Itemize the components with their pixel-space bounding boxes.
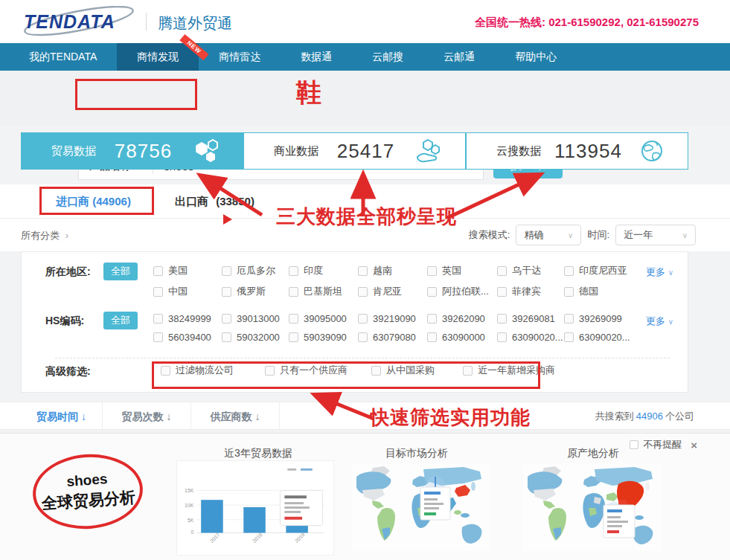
advanced-checkbox-item[interactable]: 只有一个供应商 — [265, 364, 348, 377]
checkbox-icon[interactable] — [427, 314, 437, 324]
checkbox-icon[interactable] — [265, 366, 275, 376]
hs-checkbox-item[interactable]: 38249999 — [153, 313, 222, 324]
checkbox-icon[interactable] — [153, 266, 163, 276]
checkbox-icon[interactable] — [222, 314, 231, 324]
stat-trade-data[interactable]: 贸易数据 78756 — [21, 132, 243, 170]
hs-checkbox-item[interactable]: 39219090 — [358, 313, 427, 324]
checkbox-icon[interactable] — [153, 287, 163, 297]
nav-item-cloud-mail-search[interactable]: 云邮搜 — [352, 43, 423, 71]
checkbox-icon[interactable] — [358, 332, 368, 342]
hs-checkbox-item[interactable]: 39262090 — [427, 313, 497, 324]
checkbox-icon[interactable] — [153, 314, 163, 324]
checkbox-icon[interactable] — [427, 332, 437, 342]
checkbox-icon[interactable] — [222, 332, 231, 342]
checkbox-icon[interactable] — [371, 366, 381, 376]
region-all-button[interactable]: 全部 — [103, 263, 138, 280]
hs-checkbox-item[interactable]: 63079080 — [358, 332, 427, 343]
stat-cloud-search-data[interactable]: 云搜数据 113954 — [466, 132, 688, 170]
checkbox-icon[interactable] — [427, 287, 437, 297]
nav-item-cloud-mail[interactable]: 云邮通 — [423, 43, 495, 71]
checkbox-icon[interactable] — [497, 287, 507, 297]
nav-item-datahub[interactable]: 数据通 — [281, 43, 352, 71]
time-range-select[interactable]: 近一年 ∨ — [615, 225, 696, 245]
checkbox-icon[interactable] — [153, 332, 163, 342]
region-checkbox-item[interactable]: 印度 — [289, 264, 358, 277]
advanced-checkbox-item[interactable]: 过滤物流公司 — [161, 364, 234, 377]
stat-business-data[interactable]: 商业数据 25417 — [243, 132, 466, 170]
close-icon[interactable]: × — [691, 439, 697, 451]
nav-item-help-center[interactable]: 帮助中心 — [495, 43, 577, 71]
hand-data-icon — [413, 135, 446, 167]
hs-checkbox-item[interactable]: 63090000 — [427, 332, 497, 343]
origin-analysis-map[interactable] — [523, 463, 662, 551]
checkbox-icon[interactable] — [161, 366, 170, 376]
tendata-logo[interactable]: TENDATA — [19, 6, 146, 37]
region-checkbox-item[interactable]: 美国 — [153, 264, 222, 277]
all-categories-link[interactable]: 所有分类 › — [21, 229, 68, 242]
checkbox-icon[interactable] — [289, 332, 298, 342]
checkbox-icon[interactable] — [497, 266, 507, 276]
hs-all-button[interactable]: 全部 — [103, 312, 138, 329]
nav-item-discovery[interactable]: 商情发现 NEW — [117, 43, 199, 71]
nav-item-my-tendata[interactable]: 我的TENDATA — [9, 43, 117, 71]
checkbox-icon[interactable] — [427, 266, 437, 276]
region-checkbox-item[interactable]: 中国 — [153, 285, 222, 298]
region-more-link[interactable]: 更多 ∨ — [646, 265, 673, 279]
region-checkbox-item[interactable]: 巴基斯坦 — [289, 285, 358, 298]
tab-importers[interactable]: 进口商 (44906) — [56, 195, 131, 209]
sort-by-supplier-count[interactable]: 供应商数↓ — [191, 402, 280, 431]
hs-more-link[interactable]: 更多 ∨ — [646, 315, 673, 328]
checkbox-icon[interactable] — [289, 266, 298, 276]
checkbox-icon[interactable] — [497, 332, 507, 342]
advanced-checkbox-item[interactable]: 从中国采购 — [371, 364, 435, 377]
checkbox-icon[interactable] — [358, 314, 368, 324]
region-checkbox-item[interactable]: 肯尼亚 — [358, 285, 427, 298]
checkbox-icon[interactable] — [463, 366, 473, 376]
checkbox-icon[interactable] — [358, 287, 368, 297]
sort-by-trade-time[interactable]: 贸易时间↓ — [21, 402, 103, 431]
checkbox-icon[interactable] — [564, 332, 574, 342]
advanced-checkbox-item[interactable]: 近一年新增采购商 — [463, 364, 555, 377]
checkbox-icon[interactable] — [564, 287, 574, 297]
region-checkbox-item[interactable]: 菲律宾 — [497, 285, 564, 298]
stat-value: 113954 — [541, 140, 635, 163]
checkbox-icon[interactable] — [289, 287, 298, 297]
checkbox-icon[interactable] — [222, 287, 231, 297]
region-checkbox-item[interactable]: 乌干达 — [497, 264, 564, 277]
checkbox-icon[interactable] — [222, 266, 231, 276]
chart-title-target-market: 目标市场分析 — [372, 447, 461, 460]
region-checkbox-item[interactable]: 英国 — [427, 264, 497, 277]
checkbox-icon[interactable] — [497, 314, 507, 324]
hs-checkbox-item[interactable]: 63090020... — [564, 332, 661, 343]
checkbox-icon[interactable] — [289, 314, 298, 324]
target-market-map[interactable] — [352, 463, 491, 551]
checkbox-icon[interactable] — [564, 314, 574, 324]
logo-text: TENDATA — [24, 11, 115, 32]
hs-checkbox-item[interactable]: 56039400 — [153, 332, 222, 343]
checkbox-icon[interactable] — [564, 266, 574, 276]
main-nav: 我的TENDATA 商情发现 NEW 商情雷达 数据通 云邮搜 云邮通 帮助中心 — [0, 43, 730, 71]
region-checkbox-item[interactable]: 厄瓜多尔 — [222, 264, 289, 277]
region-checkbox-item[interactable]: 阿拉伯联... — [427, 285, 497, 298]
hs-checkbox-item[interactable]: 39269081 — [497, 313, 564, 324]
hs-checkbox-item[interactable]: 59039090 — [289, 332, 358, 343]
checkbox-icon[interactable] — [358, 266, 368, 276]
tab-exporters[interactable]: 出口商 (33850) — [175, 195, 254, 209]
nav-item-radar[interactable]: 商情雷达 — [199, 43, 281, 71]
time-range-value: 近一年 — [624, 228, 653, 242]
hs-checkbox-item[interactable]: 59032000 — [222, 332, 289, 343]
map-tooltip — [420, 487, 450, 520]
tab-count: (44906) — [92, 195, 131, 207]
sort-by-trade-count[interactable]: 贸易次数↓ — [103, 402, 191, 431]
checkbox-label: 厄瓜多尔 — [237, 264, 275, 277]
trade-3y-bar-chart[interactable]: 15K 10K 5K 0 2017 2018 2019 — [176, 460, 334, 556]
hs-checkbox-item[interactable]: 39013000 — [222, 313, 289, 324]
region-checkbox-item[interactable]: 俄罗斯 — [222, 285, 289, 298]
hs-checkbox-item[interactable]: 63090020... — [497, 332, 564, 343]
hs-checkbox-item[interactable]: 39095000 — [289, 313, 358, 324]
dashed-divider — [55, 358, 670, 358]
search-mode-select[interactable]: 精确 ∨ — [516, 225, 581, 245]
region-checkbox-item[interactable]: 德国 — [564, 285, 661, 298]
checkbox-label: 39269099 — [579, 313, 622, 324]
region-checkbox-item[interactable]: 越南 — [358, 264, 427, 277]
